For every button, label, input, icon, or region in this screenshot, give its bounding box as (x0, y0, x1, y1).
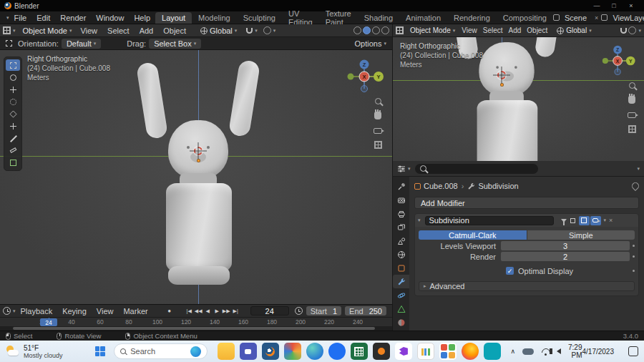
add-modifier-button[interactable]: Add Modifier (414, 197, 639, 209)
transform-orientation-dropdown[interactable]: Global ▾ (197, 26, 240, 36)
viewport-3d-right[interactable]: Right Orthographic (24) Collection | Cub… (392, 37, 644, 161)
viewport-menu-view[interactable]: View (75, 26, 102, 35)
realtime-display-toggle[interactable] (579, 216, 590, 225)
tab-view-layer[interactable] (393, 220, 410, 234)
orientation-dropdown[interactable]: Default ▾ (62, 39, 101, 49)
menu-playback[interactable]: Playback (16, 307, 58, 315)
blender-dark-icon[interactable] (373, 343, 390, 360)
taskbar-search-input[interactable]: Search (114, 343, 208, 359)
editor-type-chevron-icon[interactable]: ▾ (13, 28, 16, 34)
workspace-tab-rendering[interactable]: Rendering (447, 12, 497, 24)
transform-orientation-dropdown[interactable]: Global ▾ (553, 26, 595, 35)
blender-app-icon[interactable] (262, 343, 279, 360)
viewport-menu-select[interactable]: Select (480, 26, 506, 34)
catmull-clark-button[interactable]: Catmull-Clark (419, 230, 527, 240)
teal-app-icon[interactable] (484, 343, 501, 360)
scene-browse-icon[interactable] (553, 14, 560, 21)
auto-keying-button[interactable]: ● (165, 306, 175, 316)
tab-object-data[interactable] (393, 302, 410, 315)
proportional-edit-icon[interactable] (263, 26, 271, 34)
play-button[interactable]: ▶ (213, 306, 222, 316)
animate-dot-icon[interactable] (633, 270, 635, 272)
shading-material-icon[interactable] (372, 26, 380, 34)
animate-dot-icon[interactable] (633, 255, 635, 258)
scene-name[interactable]: Scene (560, 14, 592, 22)
blue-app-icon[interactable] (328, 343, 346, 360)
maximize-button[interactable]: □ (605, 1, 623, 11)
workspace-tab-compositing[interactable]: Compositing (497, 12, 553, 24)
start-button[interactable] (92, 342, 108, 361)
tool-transform[interactable] (6, 120, 20, 132)
tool-scale[interactable] (6, 108, 20, 119)
delete-modifier-icon[interactable]: × (606, 217, 615, 224)
taskbar-clock[interactable]: 7:29 PM 4/17/2023 (568, 343, 614, 359)
jump-to-end-button[interactable]: ▶| (231, 306, 240, 316)
camera-view-button[interactable] (374, 127, 382, 135)
end-frame-field[interactable]: End 250 (345, 306, 386, 315)
start-frame-field[interactable]: Start 1 (306, 306, 341, 315)
viewport-menu-object[interactable]: Object (158, 26, 191, 35)
viewport-menu-add[interactable]: Add (135, 26, 159, 35)
breadcrumb-modifier[interactable]: Subdivision (478, 182, 518, 190)
viewport-menu-object[interactable]: Object (524, 26, 550, 34)
timeline-ruler[interactable]: 20 40 60 80 100 120 140 160 180 200 220 … (0, 317, 392, 326)
menu-file[interactable]: File (9, 14, 32, 22)
play-reverse-button[interactable]: ◀ (203, 306, 213, 316)
render-levels-field[interactable]: 2 (501, 252, 630, 261)
filter-funnel-icon[interactable] (561, 219, 567, 222)
options-dropdown[interactable]: Options ▾ (355, 39, 386, 48)
breadcrumb-object[interactable]: Cube.008 (424, 182, 458, 190)
edit-mode-toggle[interactable] (567, 216, 578, 225)
volume-button[interactable] (557, 348, 561, 354)
toggle-grid-button[interactable] (374, 141, 382, 150)
tab-tool[interactable] (393, 180, 410, 193)
levels-viewport-field[interactable]: 3 (501, 241, 630, 250)
workspace-tab-shading[interactable]: Shading (358, 12, 399, 24)
workspace-tab-layout[interactable]: Layout (155, 12, 192, 24)
menu-marker[interactable]: Marker (118, 307, 152, 315)
optimal-display-checkbox[interactable]: ✓ (506, 267, 514, 275)
view-layer-name[interactable]: ViewLayer (608, 14, 644, 22)
editor-type-icon[interactable] (396, 26, 404, 34)
workspace-tab-animation[interactable]: Animation (399, 12, 447, 24)
analytics-app-icon[interactable] (417, 343, 434, 360)
tool-add-cube[interactable] (6, 157, 20, 168)
tab-world[interactable] (393, 248, 410, 261)
visual-studio-icon[interactable] (395, 343, 412, 360)
menu-render[interactable]: Render (55, 14, 91, 22)
shading-solid-icon[interactable] (628, 26, 636, 34)
editor-type-icon[interactable] (3, 26, 11, 34)
zoom-button[interactable] (629, 82, 635, 90)
close-button[interactable]: × (623, 1, 640, 11)
object-mode-dropdown[interactable]: Object Mode ▾ (406, 26, 459, 35)
viewport-menu-view[interactable]: View (459, 26, 480, 34)
render-display-toggle[interactable] (590, 216, 601, 225)
edge-icon[interactable] (306, 343, 323, 360)
proportional-chevron-icon[interactable]: ▾ (273, 28, 276, 34)
menu-help[interactable]: Help (129, 14, 155, 22)
network-button[interactable] (541, 348, 550, 355)
search-input[interactable] (415, 164, 538, 174)
viewport-menu-add[interactable]: Add (506, 26, 525, 34)
menu-view[interactable]: View (92, 307, 119, 315)
menu-edit[interactable]: Edit (31, 14, 55, 22)
teams-icon[interactable] (240, 343, 257, 360)
object-mode-dropdown[interactable]: Object Mode ▾ (19, 26, 76, 36)
pan-button[interactable] (628, 96, 635, 105)
workspace-tab-sculpting[interactable]: Sculpting (237, 12, 282, 24)
tab-render[interactable] (393, 193, 410, 207)
file-explorer-icon[interactable] (218, 343, 235, 360)
view-layer-icon[interactable] (601, 14, 608, 21)
snap-chevron-icon[interactable]: ▾ (255, 28, 258, 34)
viewport-3d-left[interactable]: Right Orthographic (24) Collection | Cub… (0, 50, 392, 304)
tab-modifiers[interactable] (393, 275, 410, 288)
header-more-chevron-icon[interactable]: ▾ (638, 28, 641, 34)
minimize-button[interactable]: — (588, 1, 605, 11)
camera-view-button[interactable] (628, 111, 636, 119)
modifier-name-field[interactable]: Subdivision (425, 216, 554, 225)
snap-magnet-icon[interactable] (246, 28, 253, 34)
tab-physics[interactable] (393, 288, 410, 302)
notification-center-button[interactable] (621, 346, 638, 356)
collapse-chevron-icon[interactable]: ▾ (418, 217, 421, 223)
shading-solid-icon[interactable] (363, 26, 371, 34)
